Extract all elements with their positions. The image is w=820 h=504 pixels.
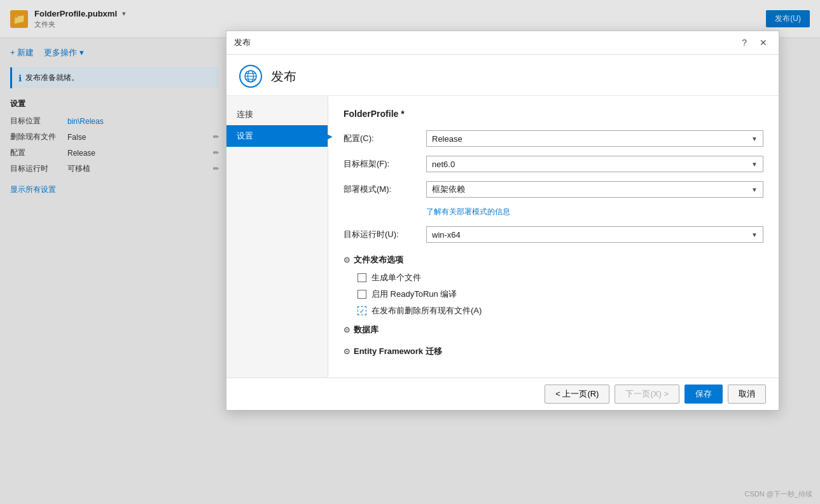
deploy-mode-select[interactable]: 框架依赖 ▼ [426, 181, 763, 198]
runtime-dropdown-arrow: ▼ [751, 231, 758, 238]
framework-select[interactable]: net6.0 ▼ [426, 156, 763, 172]
ef-header[interactable]: ⊙ Entity Framework 迁移 [344, 343, 763, 360]
runtime-select[interactable]: win-x64 ▼ [426, 226, 763, 243]
modal-main-content: FolderProfile * 配置(C): Release ▼ 目标框架(F)… [328, 96, 779, 378]
runtime-label: 目标运行时(U): [344, 229, 426, 240]
modal-footer: < 上一页(R) 下一页(X) > 保存 取消 [226, 378, 779, 410]
cancel-button[interactable]: 取消 [728, 385, 766, 404]
file-publish-title: 文件发布选项 [354, 254, 403, 266]
database-header[interactable]: ⊙ 数据库 [344, 322, 763, 338]
deploy-mode-value: 框架依赖 [432, 184, 749, 195]
deploy-info-link[interactable]: 了解有关部署模式的信息 [426, 207, 763, 217]
framework-value: net6.0 [432, 160, 749, 169]
ef-section: ⊙ Entity Framework 迁移 [344, 343, 763, 360]
ef-collapse-icon: ⊙ [344, 347, 350, 356]
profile-title: FolderProfile * [344, 109, 763, 119]
file-publish-collapse-icon: ⊙ [344, 255, 350, 264]
config-dropdown-arrow: ▼ [751, 135, 758, 142]
help-button[interactable]: ? [738, 36, 751, 49]
modal-title: 发布 [234, 37, 738, 48]
database-title: 数据库 [354, 324, 379, 336]
file-publish-section: ⊙ 文件发布选项 生成单个文件 启用 ReadyToRun 编译 在发布前删除所… [344, 252, 763, 317]
nav-item-connect[interactable]: 连接 [226, 104, 328, 125]
file-publish-content: 生成单个文件 启用 ReadyToRun 编译 在发布前删除所有现有文件(A) [344, 272, 763, 317]
framework-dropdown-arrow: ▼ [751, 161, 758, 168]
config-label: 配置(C): [344, 133, 426, 144]
modal-titlebar: 发布 ? ✕ [226, 31, 779, 55]
deploy-mode-dropdown-arrow: ▼ [751, 186, 758, 193]
ef-title: Entity Framework 迁移 [354, 346, 442, 357]
checkbox-row-0: 生成单个文件 [358, 272, 763, 283]
config-value: Release [432, 134, 749, 144]
database-section: ⊙ 数据库 [344, 322, 763, 338]
checkbox-label-ready-to-run: 启用 ReadyToRun 编译 [372, 289, 457, 300]
database-collapse-icon: ⊙ [344, 325, 350, 334]
nav-item-settings[interactable]: 设置 [226, 125, 328, 147]
modal-body: 连接 设置 FolderProfile * 配置(C): Release ▼ 目… [226, 96, 779, 378]
deploy-mode-label: 部署模式(M): [344, 184, 426, 195]
config-row: 配置(C): Release ▼ [344, 130, 763, 147]
config-select[interactable]: Release ▼ [426, 130, 763, 147]
deploy-mode-row: 部署模式(M): 框架依赖 ▼ [344, 181, 763, 198]
checkbox-single-file[interactable] [358, 273, 366, 282]
next-button[interactable]: 下一页(X) > [615, 385, 679, 404]
checkbox-label-delete-files: 在发布前删除所有现有文件(A) [372, 305, 482, 317]
modal-header: 发布 [226, 55, 779, 96]
save-button[interactable]: 保存 [684, 385, 723, 404]
publish-dialog: 发布 ? ✕ 发布 连接 设置 FolderProfile * [226, 31, 779, 411]
modal-nav: 连接 设置 [226, 96, 328, 378]
modal-header-title: 发布 [271, 68, 296, 85]
framework-row: 目标框架(F): net6.0 ▼ [344, 156, 763, 172]
prev-button[interactable]: < 上一页(R) [545, 385, 609, 404]
checkbox-row-1: 启用 ReadyToRun 编译 [358, 289, 763, 300]
checkbox-row-2: 在发布前删除所有现有文件(A) [358, 305, 763, 317]
modal-controls: ? ✕ [738, 36, 771, 49]
checkbox-label-single-file: 生成单个文件 [372, 272, 421, 283]
framework-label: 目标框架(F): [344, 158, 426, 170]
close-button[interactable]: ✕ [756, 36, 771, 49]
runtime-value: win-x64 [432, 230, 749, 240]
checkbox-delete-files[interactable] [358, 306, 366, 315]
globe-icon [239, 65, 262, 88]
runtime-row: 目标运行时(U): win-x64 ▼ [344, 226, 763, 243]
file-publish-header[interactable]: ⊙ 文件发布选项 [344, 252, 763, 268]
checkbox-ready-to-run[interactable] [358, 290, 366, 299]
